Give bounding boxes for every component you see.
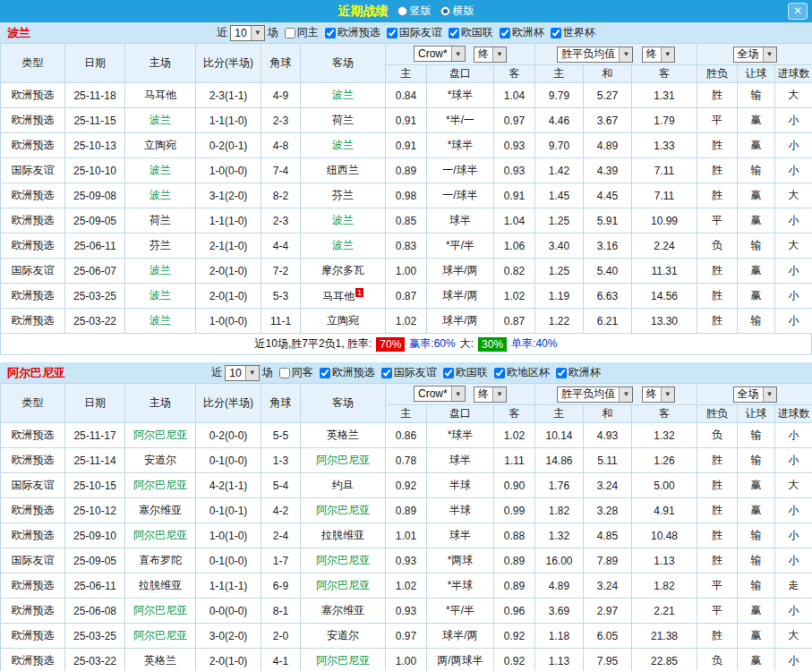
result-cell: 胜: [697, 548, 738, 573]
wdl-final-select[interactable]: 终▼: [642, 386, 675, 403]
handicap-cell: *半/一: [427, 108, 494, 133]
scope-select[interactable]: 全场▼: [733, 386, 777, 403]
chevron-down-icon: ▼: [492, 47, 506, 62]
lose-mean-odds-cell: 1.82: [632, 573, 697, 599]
subcol-handicap-away: 客: [494, 405, 535, 423]
competition-checkbox[interactable]: [449, 28, 459, 38]
handicap-away-odds-cell: 0.92: [494, 624, 535, 649]
away-team-cell: 塞尔维亚: [301, 599, 386, 624]
corners-cell: 7-4: [261, 158, 301, 183]
competition-filter[interactable]: 欧国联: [442, 25, 493, 40]
goals-cell: 小: [775, 448, 812, 473]
competition-cell: 国际友谊: [1, 259, 65, 284]
competition-filter[interactable]: 同客: [273, 365, 313, 380]
competition-filter[interactable]: 欧地区杯: [488, 365, 550, 380]
date-cell: 25-11-15: [65, 108, 125, 133]
close-icon[interactable]: ✕: [788, 3, 808, 20]
competition-filter-group: 同主欧洲预选国际友谊欧国联欧洲杯世界杯: [278, 25, 595, 40]
scope-header-group: 全场▼: [697, 44, 812, 65]
handicap-home-odds-cell: 0.98: [386, 183, 427, 208]
competition-checkbox[interactable]: [494, 368, 505, 378]
wdl-mean-select[interactable]: 胜平负均值▼: [557, 386, 633, 403]
competition-checkbox[interactable]: [381, 368, 392, 378]
team-label: 拉脱维亚: [321, 529, 364, 541]
competition-checkbox[interactable]: [279, 368, 290, 378]
subcol-win: 主: [535, 65, 584, 83]
odds-final-select[interactable]: 终▼: [474, 47, 507, 63]
subcol-handicap: 盘口: [427, 65, 494, 83]
handicap-home-odds-cell: 0.92: [386, 473, 427, 498]
competition-filter[interactable]: 世界杯: [544, 25, 595, 40]
rank-badge: 1: [355, 288, 363, 297]
competition-checkbox[interactable]: [551, 28, 561, 38]
team-name: 波兰: [7, 25, 30, 41]
subcol-draw: 和: [584, 405, 632, 423]
competition-checkbox[interactable]: [556, 368, 567, 378]
date-cell: 25-03-25: [65, 284, 125, 309]
competition-filter[interactable]: 欧洲预选: [313, 365, 375, 380]
handicap-home-odds-cell: 0.89: [386, 498, 427, 523]
handicap-away-odds-cell: 0.96: [494, 599, 535, 624]
handicap-result-cell: 赢: [738, 498, 775, 523]
wdl-mean-select[interactable]: 胜平负均值▼: [557, 47, 633, 63]
competition-filter[interactable]: 欧洲预选: [319, 25, 380, 40]
scope-select[interactable]: 全场▼: [733, 47, 777, 63]
competition-checkbox[interactable]: [325, 28, 336, 38]
odds-company-select[interactable]: Crow*▼: [414, 386, 466, 402]
competition-cell: 欧洲预选: [1, 208, 65, 234]
subcol-cover: 让球: [738, 405, 775, 423]
team-label: 波兰: [150, 289, 171, 302]
competition-checkbox[interactable]: [387, 28, 397, 38]
handicap-header-group: Crow*▼ 终▼: [386, 44, 535, 65]
competition-checkbox[interactable]: [443, 368, 454, 378]
match-row: 欧洲预选25-11-17阿尔巴尼亚0-2(0-0)5-5英格兰0.86*球半1.…: [1, 423, 812, 448]
layout-vertical-option[interactable]: 竖版: [397, 4, 432, 19]
match-row: 国际友谊25-09-05直布罗陀0-1(0-0)1-7阿尔巴尼亚0.93*两球0…: [1, 548, 812, 573]
subcol-result: 胜负: [697, 65, 738, 83]
corners-cell: 2-0: [261, 624, 301, 649]
subcol-draw: 和: [584, 65, 632, 83]
date-cell: 25-11-14: [65, 448, 125, 473]
competition-filter[interactable]: 欧洲杯: [550, 365, 601, 380]
handicap-home-odds-cell: 0.91: [386, 108, 427, 133]
odds-final-value: 终: [478, 386, 489, 402]
odds-company-select[interactable]: Crow*▼: [414, 46, 466, 62]
competition-filter[interactable]: 欧洲杯: [493, 25, 544, 40]
match-row: 欧洲预选25-09-05荷兰1-1(1-0)2-3波兰0.85球半1.041.2…: [1, 208, 812, 234]
home-team-cell: 英格兰: [125, 649, 196, 671]
competition-filter[interactable]: 国际友谊: [375, 365, 437, 380]
layout-horizontal-option[interactable]: 横版: [440, 4, 474, 19]
handicap-home-odds-cell: 0.83: [386, 234, 427, 259]
col-corners: 角球: [261, 44, 301, 83]
competition-cell: 国际友谊: [1, 548, 65, 573]
handicap-away-odds-cell: 0.87: [494, 309, 535, 334]
home-team-cell: 波兰: [125, 158, 196, 183]
layout-vertical-label: 竖版: [410, 4, 432, 19]
competition-filter[interactable]: 同主: [278, 25, 319, 40]
goals-cell: 小: [775, 259, 812, 284]
competition-cell: 欧洲预选: [1, 573, 65, 599]
home-team-cell: 波兰: [125, 309, 196, 334]
competition-checkbox[interactable]: [500, 28, 510, 38]
win-mean-odds-cell: 9.79: [535, 83, 584, 108]
score-cell: 0-1(0-0): [196, 548, 261, 573]
team-label: 阿尔巴尼亚: [133, 429, 187, 441]
odds-final-select[interactable]: 终▼: [474, 386, 507, 403]
match-count-select[interactable]: 10▼: [230, 25, 264, 41]
competition-checkbox[interactable]: [285, 28, 295, 38]
competition-label: 世界杯: [563, 25, 595, 40]
away-team-cell: 波兰: [301, 208, 386, 234]
lose-mean-odds-cell: 1.32: [632, 423, 697, 448]
competition-filter[interactable]: 国际友谊: [380, 25, 442, 40]
away-team-cell: 阿尔巴尼亚: [301, 498, 386, 523]
corners-cell: 4-9: [261, 83, 301, 108]
competition-checkbox[interactable]: [320, 368, 330, 378]
handicap-away-odds-cell: 0.92: [494, 649, 535, 671]
subcol-cover: 让球: [738, 65, 775, 83]
match-count-select[interactable]: 10▼: [225, 365, 259, 381]
competition-filter[interactable]: 欧国联: [437, 365, 488, 380]
wdl-final-select[interactable]: 终▼: [642, 47, 675, 63]
handicap-away-odds-cell: 0.93: [494, 158, 535, 183]
competition-label: 欧洲杯: [512, 25, 544, 40]
lose-mean-odds-cell: 11.31: [632, 259, 697, 284]
